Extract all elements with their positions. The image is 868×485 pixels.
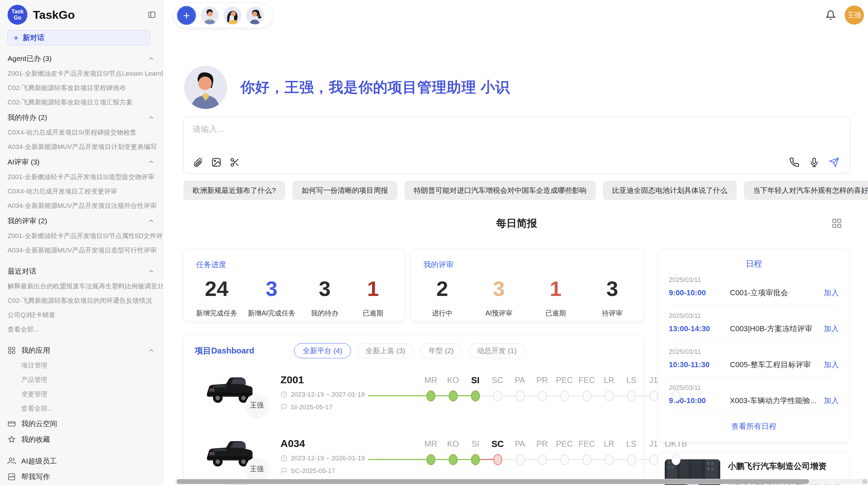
list-item[interactable]: C02-飞腾新能源轻客改款项目立项汇报方案 bbox=[0, 95, 163, 110]
app-link-change-mgmt[interactable]: 变更管理 bbox=[0, 387, 163, 401]
milestone-dot[interactable] bbox=[627, 454, 636, 465]
suggestion-chip[interactable]: 比亚迪全固态电池计划具体说了什么 bbox=[603, 181, 737, 200]
sidebar-collapse-button[interactable] bbox=[148, 11, 156, 19]
milestone-dot[interactable] bbox=[516, 390, 525, 401]
join-link[interactable]: 加入 bbox=[824, 360, 839, 370]
filter-tab-upfit[interactable]: 全新上装 (3) bbox=[357, 343, 414, 358]
milestone-label: J1 bbox=[649, 438, 658, 449]
section-header-ai-review[interactable]: AI评审 (3) bbox=[0, 154, 163, 170]
milestone-dot[interactable] bbox=[672, 390, 680, 401]
join-link[interactable]: 加入 bbox=[824, 288, 839, 298]
project-row-a034[interactable]: 王强 A034 2023-12-19 ~ 2026-01-19 SC-2025-… bbox=[195, 438, 643, 485]
sidebar-item-ai-super-staff[interactable]: AI超级员工 bbox=[0, 453, 163, 469]
layout-grid-icon[interactable] bbox=[831, 218, 842, 229]
schedule-entry: 2025/03/11 9:00-10:00 X003-车辆动力学性能验... 加… bbox=[669, 377, 839, 413]
milestone-dot[interactable] bbox=[672, 454, 680, 465]
milestone-dot[interactable] bbox=[471, 454, 480, 465]
chat-input[interactable] bbox=[193, 124, 741, 134]
milestone-label-active: SC bbox=[491, 438, 504, 449]
milestone-dot[interactable] bbox=[538, 390, 547, 401]
app-logo-line1: Task bbox=[11, 9, 23, 15]
join-link[interactable]: 加入 bbox=[824, 396, 839, 406]
stat-value: 1 bbox=[537, 277, 575, 300]
event-row: 9:00-10:00 C001-立项审批会 加入 bbox=[669, 288, 839, 298]
milestone-dot[interactable] bbox=[582, 390, 591, 401]
user-avatar[interactable]: 王强 bbox=[845, 5, 864, 25]
scissors-icon[interactable] bbox=[230, 157, 240, 167]
suggestion-chip[interactable]: 特朗普可能对进口汽车增税会对中国车企造成哪些影响 bbox=[405, 181, 596, 200]
phone-icon[interactable] bbox=[789, 157, 799, 167]
teammate-avatar[interactable] bbox=[246, 7, 264, 24]
milestone-dot[interactable] bbox=[627, 390, 636, 401]
card-title[interactable]: 我的评审 bbox=[423, 260, 631, 270]
milestone-dot[interactable] bbox=[471, 390, 480, 401]
milestone-dot[interactable] bbox=[449, 390, 458, 401]
recent-chat-item[interactable]: 公司Q3轻卡销量 bbox=[0, 308, 163, 322]
section-header-agent-done[interactable]: Agent已办 (3) bbox=[0, 51, 163, 66]
new-chat-button[interactable]: + 新对话 bbox=[8, 30, 150, 45]
app-link-product-mgmt[interactable]: 产品管理 bbox=[0, 373, 163, 387]
horizontal-scrollbar-thumb[interactable] bbox=[177, 479, 809, 484]
list-item[interactable]: Z001-全新燃油轻卡产品开发项目SI造型提交物评审 bbox=[0, 170, 163, 184]
teammate-avatar[interactable] bbox=[201, 7, 219, 24]
list-item[interactable]: Z001-全新燃油皮卡产品开发项目SI节点Lesson Learn报告 bbox=[0, 66, 163, 81]
milestone-dot[interactable] bbox=[605, 390, 614, 401]
filter-tab-model-year[interactable]: 年型 (2) bbox=[420, 343, 462, 358]
dashboard-title[interactable]: 项目Dashboard bbox=[195, 345, 294, 356]
filter-tab-platform[interactable]: 全新平台 (4) bbox=[294, 343, 351, 358]
card-title[interactable]: 任务进度 bbox=[196, 260, 392, 270]
milestone-dot[interactable] bbox=[538, 454, 547, 465]
sidebar-item-favorites[interactable]: 我的收藏 bbox=[0, 432, 163, 447]
sidebar-item-my-apps[interactable]: 我的应用 bbox=[0, 343, 163, 358]
milestone-dot[interactable] bbox=[426, 390, 435, 401]
join-link[interactable]: 加入 bbox=[824, 324, 839, 334]
milestone-dot[interactable] bbox=[493, 390, 502, 401]
app-link-project-mgmt[interactable]: 项目管理 bbox=[0, 358, 163, 373]
section-header-recent-chats[interactable]: 最近对话 bbox=[0, 263, 163, 279]
list-item[interactable]: A034-全新新能源MUV产品开发项目计划变更表编写 bbox=[0, 140, 163, 154]
milestone-label: PR bbox=[537, 375, 548, 386]
event-date: 2025/03/11 bbox=[669, 276, 839, 284]
list-item[interactable]: Z001-全新燃油轻卡产品开发项目SI节点属性5D文件评审 bbox=[0, 229, 163, 243]
suggestion-chip[interactable]: 如何写一份清晰的项目周报 bbox=[292, 181, 397, 200]
milestone-dot[interactable] bbox=[605, 454, 614, 465]
view-all-schedule-link[interactable]: 查看所有日程 bbox=[669, 421, 839, 432]
milestone-dot[interactable] bbox=[560, 390, 569, 401]
section-header-my-review[interactable]: 我的评审 (2) bbox=[0, 213, 163, 229]
milestone-dot[interactable] bbox=[649, 454, 658, 465]
milestone-dot[interactable] bbox=[560, 454, 569, 465]
view-all-chats-link[interactable]: 查看全部... bbox=[0, 322, 163, 337]
writing-frame-icon bbox=[8, 473, 16, 481]
milestone-dot[interactable] bbox=[449, 454, 458, 465]
milestone-dot[interactable] bbox=[516, 454, 525, 465]
suggestion-chip[interactable]: 欧洲新规最近颁布了什么? bbox=[183, 181, 285, 200]
microphone-icon[interactable] bbox=[809, 157, 819, 167]
milestone-dot[interactable] bbox=[426, 454, 435, 465]
list-item[interactable]: C0X4-动力总成开发项目SI里程碑提交物检查 bbox=[0, 125, 163, 140]
list-item[interactable]: A034-全新新能源MUV产品开发项目造型可行性评审 bbox=[0, 243, 163, 258]
image-icon[interactable] bbox=[211, 157, 221, 167]
list-item[interactable]: A034-全新新能源MUV产品开发项目法规符合性评审 bbox=[0, 199, 163, 213]
notifications-bell-icon[interactable] bbox=[825, 10, 836, 20]
list-item[interactable]: C0X4-动力总成开发项目工程变更评审 bbox=[0, 184, 163, 199]
add-member-button[interactable]: + bbox=[177, 6, 196, 25]
project-row-z001[interactable]: 王强 Z001 2023-12-19 ~ 2027-01-19 SI-2025-… bbox=[195, 374, 643, 422]
list-item[interactable]: C02-飞腾新能源轻客改款项目里程碑画布 bbox=[0, 81, 163, 95]
milestone-dot[interactable] bbox=[582, 454, 591, 465]
suggestion-chip[interactable]: 当下年轻人对汽车外观有怎样的喜好趋势 bbox=[744, 181, 868, 200]
milestone-dot-overdue[interactable] bbox=[493, 454, 502, 465]
sidebar-item-help-me-write[interactable]: 帮我写作 bbox=[0, 469, 163, 485]
paperclip-icon[interactable] bbox=[193, 157, 203, 167]
news-title[interactable]: 小鹏飞行汽车制造公司增资 bbox=[728, 461, 841, 472]
milestone-dot[interactable] bbox=[649, 390, 658, 401]
sidebar-item-cloud-space[interactable]: 我的云空间 bbox=[0, 416, 163, 432]
send-icon[interactable] bbox=[829, 157, 839, 167]
filter-tab-powertrain[interactable]: 动总开发 (1) bbox=[469, 343, 526, 358]
recent-chat-item[interactable]: C02-飞腾新能源轻客改款项目的闭环通告反馈情况 bbox=[0, 294, 163, 308]
teammate-avatar[interactable] bbox=[224, 7, 241, 24]
section-header-my-todo[interactable]: 我的待办 (2) bbox=[0, 110, 163, 125]
recent-chat-item[interactable]: 解释最新出台的欧盟报废车法规再生塑料比例被调至15%... bbox=[0, 279, 163, 294]
flag-icon bbox=[280, 404, 287, 411]
sidebar-header: Task Go TaskGo bbox=[0, 0, 163, 27]
view-all-apps-link[interactable]: 查看全部... bbox=[0, 401, 163, 416]
